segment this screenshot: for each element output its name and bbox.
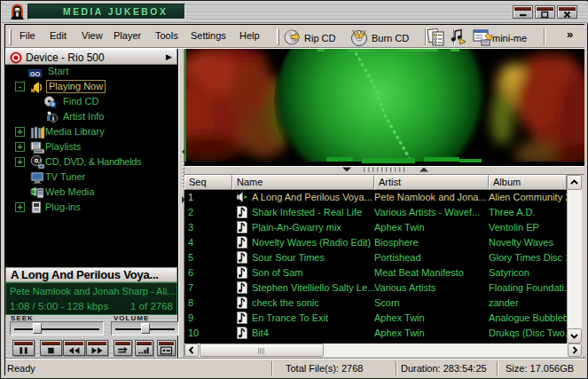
svg-text:GO: GO — [30, 70, 41, 77]
